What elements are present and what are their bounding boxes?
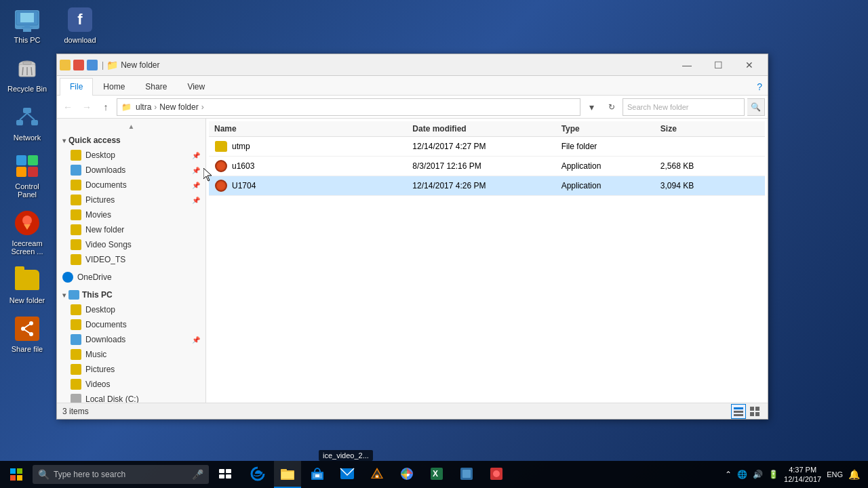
taskbar-file-explorer[interactable] (274, 461, 301, 488)
file-date-utmp: 12/14/2017 4:27 PM (412, 142, 561, 151)
taskbar-task-view[interactable] (212, 461, 239, 488)
taskbar-system-icons[interactable]: ⌃ (725, 470, 732, 479)
sidebar-item-onedrive[interactable]: OneDrive (57, 270, 205, 285)
desktop-icon-new-folder[interactable]: New folder (3, 264, 51, 307)
sidebar-label-downloads: Downloads (85, 165, 125, 175)
desktop-icon-label-this-pc: This PC (14, 36, 40, 44)
desktop-icon-download[interactable]: f download (56, 3, 104, 47)
desktop-icon-recycle-bin[interactable]: Recycle Bin (3, 52, 51, 96)
col-header-size[interactable]: Size (660, 124, 760, 134)
forward-button[interactable]: → (79, 99, 95, 115)
taskbar-volume-icon[interactable]: 🔊 (753, 470, 763, 479)
file-size-u1704: 3,094 KB (660, 181, 760, 190)
view-btn-tiles[interactable] (747, 404, 762, 419)
share-file-icon (15, 317, 39, 341)
search-placeholder: Search New folder (627, 103, 689, 111)
taskbar-time-display: 4:37 PM (784, 465, 821, 474)
sidebar-item-pc-videos[interactable]: Videos (57, 377, 205, 392)
sidebar-item-video-ts[interactable]: VIDEO_TS (57, 252, 205, 267)
svg-point-59 (493, 470, 500, 477)
taskbar-app-misc2[interactable] (483, 461, 510, 488)
pin-icon-desktop: 📌 (192, 152, 200, 159)
sidebar-item-pc-local-disk[interactable]: Local Disk (C:) (57, 392, 205, 403)
desktop-icon-network[interactable]: Network (3, 101, 51, 144)
desktop-icon-share-file[interactable]: Share file (3, 312, 51, 356)
file-list-header: Name Date modified Type Size (209, 121, 765, 137)
svg-line-14 (27, 113, 35, 120)
file-row-u1603[interactable]: u1603 8/3/2017 12:16 PM Application 2,56… (209, 157, 765, 176)
taskbar-network-icon[interactable]: 🌐 (737, 470, 747, 479)
up-button[interactable]: ↑ (98, 99, 114, 115)
dropdown-button[interactable]: ▾ (583, 99, 599, 115)
minimize-button[interactable]: — (671, 54, 703, 76)
sidebar-item-desktop[interactable]: Desktop 📌 (57, 148, 205, 163)
quick-access-header[interactable]: ▾ Quick access (57, 133, 205, 148)
sidebar-item-new-folder[interactable]: New folder (57, 222, 205, 237)
sidebar-item-pictures[interactable]: Pictures 📌 (57, 192, 205, 207)
taskbar-app-misc1[interactable] (453, 461, 480, 488)
tab-share[interactable]: Share (135, 77, 177, 95)
taskbar-notification[interactable]: 🔔 (848, 469, 860, 480)
tab-home[interactable]: Home (93, 77, 135, 95)
start-button[interactable] (0, 461, 33, 488)
file-name-u1704: U1704 (232, 181, 256, 190)
file-row-utmp[interactable]: utmp 12/14/2017 4:27 PM File folder (209, 137, 765, 157)
sidebar-scroll-up[interactable]: ▲ (57, 121, 205, 131)
desktop-icon-label-new-folder: New folder (9, 296, 45, 304)
sidebar-item-pc-pictures[interactable]: Pictures (57, 362, 205, 377)
taskbar-store[interactable] (304, 461, 331, 488)
breadcrumb-new-folder: New folder (159, 102, 198, 112)
file-row-u1704[interactable]: U1704 12/14/2017 4:26 PM Application 3,0… (209, 176, 765, 196)
desktop-icon-this-pc[interactable]: This PC (3, 3, 51, 47)
svg-rect-18 (28, 167, 38, 177)
folder-icon-pc-music (71, 349, 81, 360)
col-header-date[interactable]: Date modified (412, 124, 561, 134)
this-pc-header[interactable]: ▾ This PC (57, 287, 205, 302)
taskbar-mail[interactable] (334, 461, 361, 488)
taskbar-vlc[interactable] (363, 461, 391, 488)
folder-icon-video-ts (71, 254, 81, 265)
sidebar-item-documents[interactable]: Documents 📌 (57, 178, 205, 192)
desktop-icon-label-share: Share file (12, 345, 43, 353)
search-box[interactable]: Search New folder (623, 98, 745, 116)
title-bar-title: New folder (121, 60, 159, 70)
search-bar[interactable]: 🔍 Type here to search 🎤 (33, 465, 209, 484)
taskbar-clock[interactable]: 4:37 PM 12/14/2017 (784, 465, 821, 485)
folder-icon-pictures (71, 195, 81, 205)
sidebar-item-downloads[interactable]: Downloads 📌 (57, 163, 205, 178)
sidebar-item-pc-documents[interactable]: Documents (57, 317, 205, 332)
taskbar-battery-icon[interactable]: 🔋 (768, 470, 778, 479)
taskbar-right: ⌃ 🌐 🔊 🔋 4:37 PM 12/14/2017 ENG 🔔 (725, 465, 868, 485)
maximize-button[interactable]: ☐ (703, 54, 734, 76)
search-button[interactable]: 🔍 (747, 98, 765, 116)
ribbon-help-icon[interactable]: ? (751, 79, 768, 95)
refresh-button[interactable]: ↻ (604, 99, 620, 115)
tab-file[interactable]: File (60, 78, 93, 96)
sidebar-label-documents: Documents (85, 180, 127, 190)
back-button[interactable]: ← (60, 99, 76, 115)
taskbar-language[interactable]: ENG (827, 470, 843, 479)
onedrive-icon (62, 272, 73, 283)
address-path[interactable]: 📁 ultra › New folder › (117, 98, 580, 116)
tab-view[interactable]: View (177, 77, 215, 95)
path-arrow-2: › (201, 102, 204, 112)
svg-rect-27 (734, 411, 743, 413)
this-pc-label: This PC (82, 290, 113, 300)
close-button[interactable]: ✕ (734, 54, 765, 76)
sidebar-item-video-songs[interactable]: Video Songs (57, 237, 205, 252)
desktop-icon-control-panel[interactable]: Control Panel (3, 150, 51, 201)
sidebar-item-pc-music[interactable]: Music (57, 347, 205, 362)
desktop-icon-icecream[interactable]: Icecream Screen ... (3, 207, 51, 258)
sidebar-item-movies[interactable]: Movies (57, 207, 205, 222)
folder-icon-pc-documents (71, 319, 81, 330)
svg-rect-1 (20, 13, 34, 22)
file-icon-u1603 (214, 159, 228, 173)
col-header-name[interactable]: Name (214, 124, 412, 134)
view-btn-details[interactable] (731, 404, 746, 419)
taskbar-app-excel[interactable]: X (423, 461, 450, 488)
col-header-type[interactable]: Type (561, 124, 660, 134)
sidebar-item-pc-downloads[interactable]: Downloads 📌 (57, 332, 205, 347)
taskbar-chrome[interactable] (393, 461, 420, 488)
sidebar-item-pc-desktop[interactable]: Desktop (57, 302, 205, 317)
taskbar-edge[interactable] (244, 461, 271, 488)
